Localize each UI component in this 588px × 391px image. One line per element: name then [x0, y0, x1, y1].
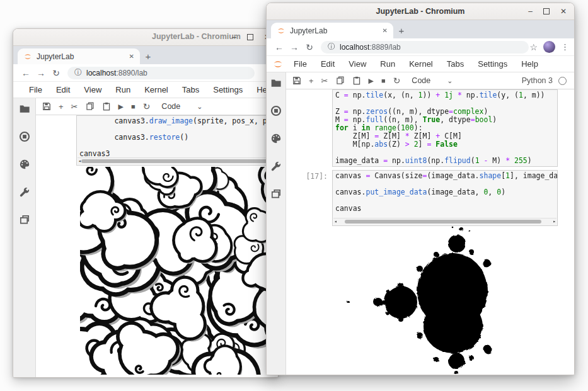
- menu-item-settings[interactable]: Settings: [206, 85, 250, 94]
- jupyterlab-sidebar: [267, 72, 286, 375]
- browser-menu-icon[interactable]: ⋮: [561, 42, 569, 52]
- tab-label: JupyterLab: [37, 52, 125, 61]
- code-cell[interactable]: C = np.tile(x, (n, 1)) + 1j * np.tile(y,…: [332, 89, 558, 167]
- cut-button[interactable]: ✂: [71, 103, 78, 111]
- kernel-status-icon: [558, 77, 567, 85]
- jupyterlab-menubar: FileEditViewRunKernelTabsSettingsHelp: [13, 82, 278, 98]
- menu-item-run[interactable]: Run: [108, 85, 137, 94]
- site-info-icon[interactable]: ⓘ: [74, 67, 82, 78]
- address-bar[interactable]: ⓘ localhost:8889/lab: [321, 41, 529, 54]
- window-controls: – ✕: [232, 29, 270, 45]
- tab-close-icon[interactable]: ✕: [383, 27, 388, 34]
- cell-type-dropdown[interactable]: Code: [412, 76, 430, 85]
- reload-icon[interactable]: ↻: [49, 68, 64, 78]
- code-cell[interactable]: canvas = Canvas(size=(image_data.shape[1…: [332, 170, 558, 226]
- folder-icon[interactable]: [270, 77, 282, 89]
- desktop: JupyterLab - Chromium – ✕ JupyterLab ✕ +…: [0, 0, 588, 391]
- menu-item-help[interactable]: Help: [514, 59, 545, 69]
- wrench-icon[interactable]: [19, 186, 30, 198]
- kernel-name[interactable]: Python 3: [522, 76, 553, 85]
- run-button[interactable]: ▶: [118, 103, 124, 110]
- chevron-down-icon[interactable]: ⌄: [197, 103, 202, 111]
- code-line: C = np.tile(x, (n, 1)) + 1j * np.tile(y,…: [335, 91, 557, 99]
- palette-icon[interactable]: [19, 159, 30, 170]
- minimize-button[interactable]: –: [528, 8, 533, 15]
- window-titlebar[interactable]: JupyterLab - Chromium – ✕: [13, 29, 278, 46]
- restart-button[interactable]: ↻: [143, 102, 151, 111]
- menu-item-kernel[interactable]: Kernel: [402, 59, 440, 69]
- paste-button[interactable]: [102, 102, 111, 111]
- menu-item-tabs[interactable]: Tabs: [175, 85, 206, 94]
- menu-item-file[interactable]: File: [287, 59, 314, 69]
- tabs-icon[interactable]: [19, 214, 30, 225]
- scroll-right-icon[interactable]: ▸: [553, 218, 556, 225]
- code-line: canvas3.draw_image(sprite, pos_x, pos_y: [79, 117, 278, 125]
- address-bar[interactable]: ⓘ localhost:8890/lab: [67, 67, 255, 79]
- notebook-toolbar: +✂▶■↻ Code ⌄ Python 3: [286, 72, 574, 89]
- tab-close-icon[interactable]: ✕: [129, 53, 134, 60]
- url-path: :8889/lab: [369, 43, 400, 52]
- new-tab-button[interactable]: +: [140, 48, 156, 64]
- back-icon[interactable]: ←: [272, 42, 287, 52]
- run-button[interactable]: ▶: [369, 77, 374, 84]
- restart-button[interactable]: ↻: [393, 76, 401, 85]
- scrollbar-thumb[interactable]: [81, 159, 278, 163]
- menu-item-file[interactable]: File: [22, 85, 49, 94]
- browser-toolbar: ← → ↻ ⓘ localhost:8889/lab ☆ ⋮: [267, 38, 574, 56]
- menu-item-settings[interactable]: Settings: [471, 59, 514, 69]
- forward-icon[interactable]: →: [33, 68, 49, 78]
- palette-icon[interactable]: [270, 133, 282, 144]
- profile-avatar[interactable]: [543, 41, 555, 53]
- cell-type-dropdown[interactable]: Code: [161, 102, 180, 111]
- bookmark-star-icon[interactable]: ☆: [529, 42, 538, 52]
- folder-icon[interactable]: [19, 103, 30, 115]
- window-titlebar[interactable]: JupyterLab - Chromium – ✕: [267, 3, 574, 20]
- save-button[interactable]: [42, 102, 51, 111]
- forward-icon[interactable]: →: [287, 42, 302, 52]
- cell-horizontal-scrollbar[interactable]: ◂ ▸: [333, 218, 556, 225]
- browser-tabstrip: JupyterLab ✕ +: [267, 20, 574, 38]
- paste-button[interactable]: [352, 76, 361, 85]
- wrench-icon[interactable]: [270, 161, 282, 172]
- maximize-button[interactable]: [247, 34, 253, 40]
- scrollbar-thumb[interactable]: [345, 220, 541, 224]
- menu-item-run[interactable]: Run: [373, 59, 402, 69]
- chevron-down-icon[interactable]: ⌄: [447, 77, 453, 85]
- browser-tab-jupyterlab[interactable]: JupyterLab ✕: [271, 23, 393, 38]
- menu-item-edit[interactable]: Edit: [49, 85, 77, 94]
- stop-button[interactable]: ■: [381, 77, 386, 84]
- menu-item-view[interactable]: View: [342, 59, 373, 69]
- reload-icon[interactable]: ↻: [302, 42, 317, 52]
- maximize-button[interactable]: [543, 8, 550, 14]
- notebook-content: canvas3.draw_image(sprite, pos_x, pos_y …: [36, 115, 278, 377]
- add-button[interactable]: +: [309, 77, 314, 85]
- cut-button[interactable]: ✂: [321, 77, 328, 85]
- notebook-content: C = np.tile(x, (n, 1)) + 1j * np.tile(y,…: [286, 89, 574, 375]
- code-cell[interactable]: canvas3.draw_image(sprite, pos_x, pos_y …: [76, 115, 278, 166]
- running-icon[interactable]: [270, 105, 282, 116]
- window-title: JupyterLab - Chromium: [376, 7, 465, 16]
- browser-tab-jupyterlab[interactable]: JupyterLab ✕: [18, 48, 140, 64]
- cell-horizontal-scrollbar[interactable]: ◂ ▸: [78, 157, 278, 164]
- browser-toolbar: ← → ↻ ⓘ localhost:8890/lab: [13, 64, 278, 82]
- menu-item-kernel[interactable]: Kernel: [137, 85, 175, 94]
- menu-item-tabs[interactable]: Tabs: [440, 59, 471, 69]
- copy-button[interactable]: [86, 102, 95, 111]
- code-line: [335, 196, 557, 205]
- scroll-left-icon[interactable]: ◂: [334, 218, 337, 225]
- minimize-button[interactable]: –: [232, 33, 236, 41]
- tabs-icon[interactable]: [270, 188, 282, 200]
- add-button[interactable]: +: [59, 103, 64, 111]
- window-title: JupyterLab - Chromium: [152, 32, 241, 41]
- site-info-icon[interactable]: ⓘ: [328, 42, 335, 52]
- save-button[interactable]: [292, 76, 301, 85]
- back-icon[interactable]: ←: [18, 68, 33, 78]
- background-browser-window: JupyterLab - Chromium – ✕ JupyterLab ✕ +…: [13, 28, 279, 378]
- running-icon[interactable]: [19, 131, 30, 142]
- copy-button[interactable]: [336, 76, 345, 85]
- stop-button[interactable]: ■: [131, 103, 135, 110]
- menu-item-view[interactable]: View: [77, 85, 108, 94]
- new-tab-button[interactable]: +: [393, 23, 410, 38]
- menu-item-edit[interactable]: Edit: [314, 59, 342, 69]
- close-button[interactable]: ✕: [560, 8, 567, 15]
